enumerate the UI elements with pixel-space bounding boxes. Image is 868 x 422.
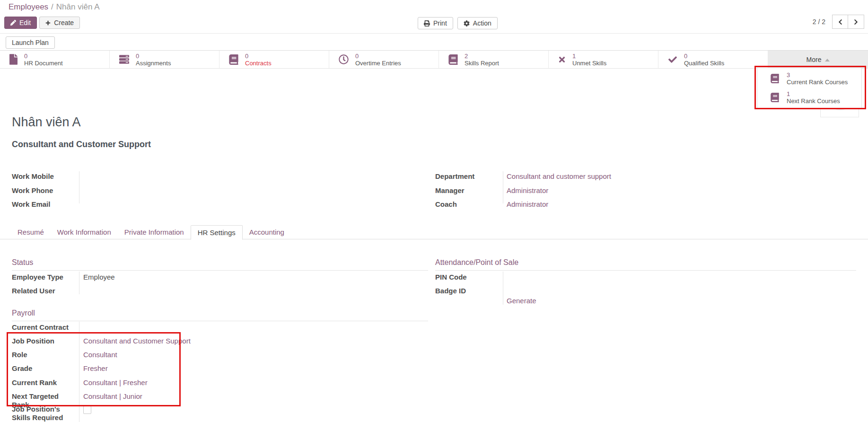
book-icon [771,93,779,102]
status-section-title: Status [12,258,428,271]
attendance-section-title: Attendance/Point of Sale [435,258,856,271]
check-icon [668,55,677,64]
stat-button-unmet-skills[interactable]: 1Unmet Skills [549,51,658,68]
tab-accounting[interactable]: Accounting [243,225,291,239]
dropdown-item-current-rank-courses[interactable]: 3Current Rank Courses [757,69,861,88]
stat-button-contracts[interactable]: 0Contracts [219,51,329,68]
gear-icon [464,20,470,26]
tab-private-information[interactable]: Private Information [118,225,191,239]
breadcrumb-separator: / [51,2,53,11]
employee-type-value: Employee [83,273,115,281]
breadcrumb-employees-link[interactable]: Employees [9,2,48,11]
current-rank-value[interactable]: Consultant | Fresher [83,378,148,387]
employee-name: Nhân viên A [12,115,81,130]
role-value[interactable]: Consultant [83,351,117,359]
tab-work-information[interactable]: Work Information [51,225,118,239]
dropdown-item-next-rank-courses[interactable]: 1Next Rank Courses [757,88,861,107]
caret-up-icon [825,59,830,62]
pager-next-button[interactable] [848,15,864,29]
stat-label: Contracts [245,60,272,67]
department-value[interactable]: Consultant and customer support [507,172,611,181]
manager-value[interactable]: Administrator [507,186,548,195]
chevron-left-icon [838,19,843,25]
stat-button-qualified-skills[interactable]: 0Qualified Skills [658,51,768,68]
tab-hr-settings[interactable]: HR Settings [191,225,243,240]
pencil-icon [10,20,16,26]
stat-label: Qualified Skills [684,60,724,67]
more-dropdown-menu: 3Current Rank Courses 1Next Rank Courses [757,68,862,108]
stat-button-assignments[interactable]: 0Assignments [110,51,219,68]
edit-button[interactable]: Edit [4,17,37,29]
form-buttons: Edit Create [4,17,80,29]
column-separator [79,322,79,422]
stat-label: HR Document [24,60,63,67]
stat-value: 0 [684,53,724,60]
header-divider [0,33,868,34]
breadcrumb-current: Nhân viên A [56,2,100,11]
stat-label: Unmet Skills [572,60,606,67]
stat-value: 2 [465,53,499,60]
job-skills-required-checkbox[interactable] [83,406,91,414]
clock-icon [339,54,349,64]
pager-previous-button[interactable] [832,15,848,29]
stat-label: Current Rank Courses [787,79,848,86]
plus-icon [45,20,51,26]
stat-value: 0 [24,53,63,60]
notebook-tabs: Resumé Work Information Private Informat… [0,225,868,239]
generate-badge-link[interactable]: Generate [507,297,536,305]
stat-value: 0 [245,53,272,60]
column-separator [503,171,503,203]
chevron-right-icon [853,19,859,25]
launch-plan-button[interactable]: Launch Plan [6,36,55,49]
grade-value[interactable]: Fresher [83,364,108,373]
stat-label: Next Rank Courses [787,97,840,105]
column-separator [79,272,79,294]
next-targeted-rank-value[interactable]: Consultant | Junior [83,392,142,401]
pager: 2 / 2 [813,15,864,29]
pager-nav [832,15,864,29]
stat-button-box: 0HR Document 0Assignments 0Contracts 0Ov… [0,50,868,69]
action-button[interactable]: Action [457,17,498,29]
create-button[interactable]: Create [39,17,80,29]
breadcrumb: Employees/Nhân viên A [9,2,100,12]
stat-label: Overtime Entries [355,60,401,67]
printer-icon [424,20,430,26]
book-icon [229,54,238,65]
column-separator [79,171,79,203]
pager-value: 2 / 2 [813,18,825,26]
times-icon [558,55,566,64]
stat-value: 0 [136,53,171,60]
stat-button-overtime-entries[interactable]: 0Overtime Entries [329,51,439,68]
employee-job-title: Consultant and Customer Support [12,140,151,149]
file-icon [9,54,18,65]
payroll-section-title: Payroll [12,309,428,321]
more-button[interactable]: More [768,51,868,68]
action-buttons: Print Action [418,17,498,29]
stat-value: 3 [787,71,848,79]
job-position-value[interactable]: Consultant and Customer Support [83,337,191,345]
print-button[interactable]: Print [418,17,453,29]
stat-value: 1 [787,90,840,97]
stat-label: Skills Report [465,60,499,67]
coach-value[interactable]: Administrator [507,200,548,209]
stat-label: Assignments [136,60,171,67]
book-icon [771,74,779,83]
stat-button-skills-report[interactable]: 2Skills Report [439,51,549,68]
stat-value: 1 [572,53,606,60]
column-separator [503,272,503,305]
server-icon [119,54,129,64]
tab-resume[interactable]: Resumé [11,225,51,239]
stat-value: 0 [355,53,401,60]
stat-button-hr-document[interactable]: 0HR Document [0,51,110,68]
book-icon [448,54,458,65]
